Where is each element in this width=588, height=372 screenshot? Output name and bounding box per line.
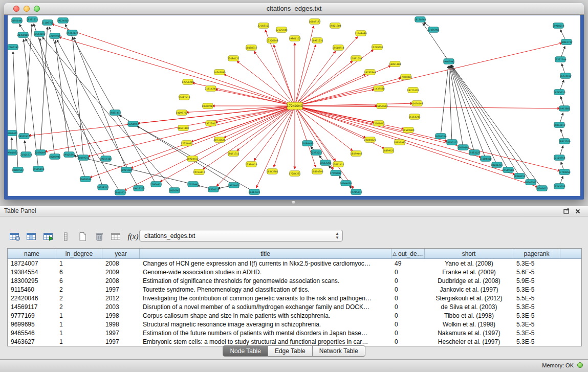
table-row[interactable]: 946362711997Embryonic stem cells: a mode… bbox=[8, 337, 581, 346]
float-panel-icon[interactable] bbox=[562, 207, 571, 215]
network-node[interactable]: 14095752 bbox=[176, 110, 187, 116]
network-node[interactable]: 17891054 bbox=[350, 56, 362, 61]
network-node[interactable]: 30671187 bbox=[177, 125, 189, 131]
network-node[interactable]: 18040512 bbox=[525, 180, 536, 185]
network-node[interactable]: 17960141 bbox=[8, 45, 19, 50]
network-node[interactable]: 12104554 bbox=[553, 155, 565, 161]
network-node[interactable]: 19801304 bbox=[329, 23, 341, 29]
splitter-handle[interactable] bbox=[291, 201, 296, 204]
network-node[interactable]: 15953881 bbox=[558, 106, 570, 112]
network-node[interactable]: 21104400 bbox=[480, 156, 491, 162]
table-settings-icon[interactable] bbox=[8, 230, 21, 243]
network-node[interactable]: 20293015 bbox=[310, 150, 322, 156]
tab-edge-table[interactable]: Edge Table bbox=[268, 345, 313, 357]
network-node[interactable]: 19245012 bbox=[350, 189, 362, 195]
network-node[interactable]: 12594415 bbox=[245, 162, 257, 167]
network-node[interactable]: 20551441 bbox=[11, 18, 23, 24]
network-node[interactable]: 21059210 bbox=[77, 155, 89, 161]
network-node[interactable]: 21614241 bbox=[205, 86, 216, 92]
network-node[interactable]: 20245012 bbox=[536, 186, 548, 191]
network-node[interactable]: 10474148 bbox=[411, 101, 423, 106]
network-node[interactable]: 16854112 bbox=[553, 122, 565, 128]
network-node[interactable]: 15854395 bbox=[311, 169, 323, 174]
network-node[interactable]: 16649197 bbox=[309, 19, 320, 25]
table-row[interactable]: 911546021997Tourette syndrome. Phenomeno… bbox=[8, 285, 581, 294]
network-node[interactable]: 16899521 bbox=[382, 148, 394, 154]
column-header-pagerank[interactable]: pagerank bbox=[513, 249, 560, 258]
network-node[interactable]: 22080127 bbox=[227, 56, 239, 61]
network-node[interactable]: 18775126 bbox=[407, 87, 419, 93]
network-node[interactable]: 17604411 bbox=[150, 182, 162, 187]
tab-node-table[interactable]: Node Table bbox=[223, 345, 268, 357]
table-row[interactable]: 1938455462009Genome-wide association stu… bbox=[8, 268, 581, 276]
network-node[interactable]: 16050901 bbox=[168, 188, 180, 193]
network-node[interactable]: 12219091 bbox=[371, 45, 383, 50]
network-node[interactable]: 18005941 bbox=[49, 154, 60, 160]
network-node[interactable]: 18309947 bbox=[202, 103, 213, 109]
column-icon[interactable] bbox=[59, 230, 72, 243]
network-node[interactable]: 17485083 bbox=[400, 74, 411, 80]
network-node[interactable]: 11439528 bbox=[373, 86, 384, 92]
network-node[interactable]: 19134407 bbox=[228, 183, 239, 188]
network-node[interactable]: 17710453 bbox=[558, 169, 570, 175]
network-node[interactable]: 19184453 bbox=[301, 141, 313, 146]
network-node[interactable]: 22168101 bbox=[257, 23, 269, 29]
network-node[interactable]: 17234457 bbox=[181, 141, 192, 146]
column-header-short[interactable]: short bbox=[425, 249, 513, 258]
network-node[interactable]: 12125444 bbox=[275, 27, 287, 33]
network-node[interactable]: 20732625 bbox=[213, 137, 225, 143]
network-node[interactable]: 20590491 bbox=[34, 150, 46, 156]
new-table-icon[interactable] bbox=[76, 230, 89, 243]
network-node[interactable]: 12161612 bbox=[373, 121, 384, 126]
network-node[interactable]: 19549304 bbox=[502, 167, 514, 173]
network-node[interactable]: 19861102 bbox=[289, 36, 300, 41]
network-node[interactable]: 15272417 bbox=[205, 121, 216, 126]
table-row[interactable]: 1830029562008Estimation of significance … bbox=[8, 276, 581, 285]
network-node[interactable]: 14245710 bbox=[553, 90, 565, 95]
network-node[interactable]: 18051311 bbox=[227, 151, 239, 157]
network-node[interactable]: 20360101 bbox=[17, 32, 29, 38]
network-node[interactable]: 18812209 bbox=[558, 139, 570, 144]
network-node[interactable]: 11549409 bbox=[402, 127, 414, 133]
network-node[interactable]: 16961231 bbox=[311, 38, 323, 43]
import-table-icon[interactable] bbox=[42, 230, 55, 243]
column-header-title[interactable]: title bbox=[140, 249, 391, 258]
network-node[interactable]: 19154412 bbox=[193, 169, 205, 175]
network-node[interactable]: 19467941 bbox=[443, 59, 454, 64]
network-node[interactable]: 19227744 bbox=[554, 57, 566, 62]
network-node[interactable]: 19124502 bbox=[57, 18, 69, 24]
network-node[interactable]: 18950112 bbox=[446, 140, 458, 145]
network-node[interactable]: 18921509 bbox=[120, 167, 132, 173]
table-row[interactable]: 946554611997Estimation of the future num… bbox=[8, 329, 581, 337]
network-node[interactable]: 16946213 bbox=[513, 173, 525, 179]
network-node[interactable]: 22044821 bbox=[364, 137, 376, 143]
network-node[interactable]: 15618914 bbox=[332, 45, 344, 51]
network-node[interactable]: 16088317 bbox=[245, 45, 257, 51]
network-node[interactable]: 10851411 bbox=[332, 162, 344, 167]
network-node[interactable]: 16164241 bbox=[408, 114, 420, 120]
network-node[interactable]: 18512204 bbox=[319, 160, 331, 166]
network-node[interactable]: 19343178 bbox=[66, 30, 78, 36]
tab-network-table[interactable]: Network Table bbox=[313, 345, 365, 357]
network-node[interactable]: 21106705 bbox=[41, 20, 53, 26]
network-node[interactable]: 19015103 bbox=[100, 156, 112, 162]
network-node[interactable]: 16234412 bbox=[559, 73, 571, 79]
network-node[interactable]: 18130764 bbox=[414, 17, 426, 23]
network-node[interactable]: 17995012 bbox=[330, 170, 341, 176]
network-node[interactable]: 18544012 bbox=[33, 31, 45, 37]
network-node[interactable]: 14851404 bbox=[389, 61, 401, 67]
network-node[interactable]: 18599442 bbox=[350, 151, 362, 157]
table-selector-combobox[interactable]: citations_edges.txt ▲▼ bbox=[139, 230, 343, 242]
network-node[interactable]: 12754218 bbox=[182, 79, 193, 85]
network-node[interactable]: 16342981 bbox=[266, 169, 278, 174]
network-node[interactable]: 19881412 bbox=[109, 110, 121, 116]
network-canvas[interactable]: 1724004116055622121616122204482118599442… bbox=[8, 15, 580, 196]
network-node[interactable]: 16304115 bbox=[207, 187, 219, 192]
network-node[interactable]: 20163401 bbox=[8, 130, 18, 136]
network-node[interactable]: 20944059 bbox=[340, 181, 352, 186]
merge-columns-icon[interactable] bbox=[25, 230, 38, 243]
network-node[interactable]: 19245033 bbox=[553, 184, 565, 189]
column-header-in_degree[interactable]: in_degree bbox=[56, 249, 102, 258]
map-table-icon[interactable] bbox=[110, 230, 123, 243]
network-node[interactable]: 18089512 bbox=[12, 167, 24, 173]
